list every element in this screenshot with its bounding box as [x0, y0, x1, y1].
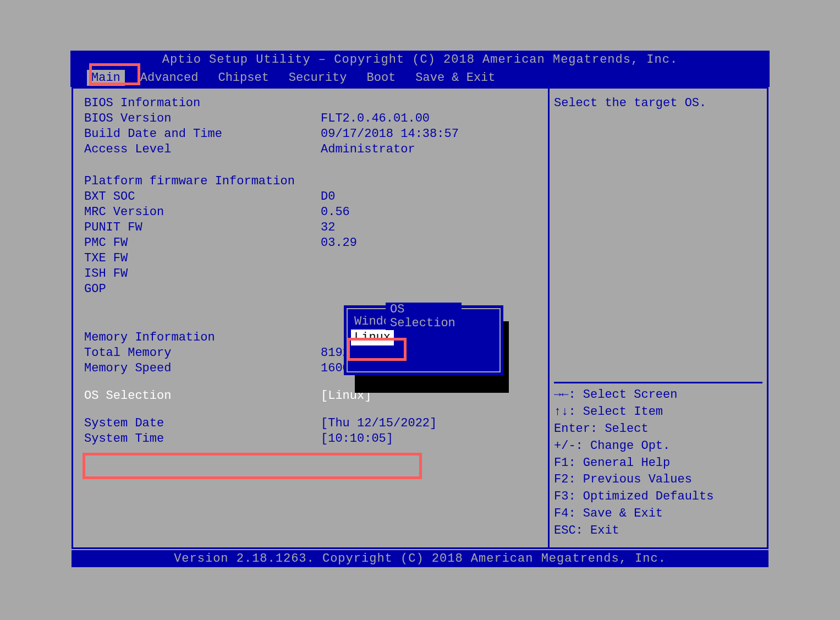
help-esc: ESC: Exit [554, 523, 762, 540]
bxt-soc-value: D0 [321, 190, 537, 204]
help-enter: Enter: Select [554, 421, 762, 438]
ish-fw-row: ISH FW [84, 267, 537, 281]
help-list: →←: Select Screen ↑↓: Select Item Enter:… [554, 387, 762, 539]
build-date-value: 09/17/2018 14:38:57 [321, 127, 537, 141]
help-select-item: ↑↓: Select Item [554, 404, 762, 421]
pmc-fw-label: PMC FW [84, 236, 321, 250]
tab-advanced[interactable]: Advanced [136, 70, 203, 86]
ish-fw-value [321, 267, 537, 281]
annotation-highlight-os-row [83, 453, 422, 479]
tab-security[interactable]: Security [284, 70, 352, 86]
system-time-value: [10:10:05] [321, 432, 537, 446]
header-title: Aptio Setup Utility – Copyright (C) 2018… [70, 51, 770, 69]
popup-title: OS Selection [386, 303, 462, 330]
help-f3: F3: Optimized Defaults [554, 489, 762, 506]
os-selection-popup: OS Selection Windows Linux [344, 305, 503, 375]
bxt-soc-label: BXT SOC [84, 190, 321, 204]
content-area: BIOS Information BIOS Version FLT2.0.46.… [72, 87, 768, 549]
txe-fw-row: TXE FW [84, 251, 537, 265]
system-date-label: System Date [84, 416, 321, 430]
tab-boot[interactable]: Boot [362, 70, 400, 86]
access-level-row: Access Level Administrator [84, 142, 537, 156]
bios-version-row: BIOS Version FLT2.0.46.01.00 [84, 112, 537, 125]
punit-fw-value: 32 [321, 221, 537, 234]
gop-row: GOP [84, 282, 537, 296]
help-divider [554, 382, 762, 383]
tab-main[interactable]: Main [87, 70, 125, 86]
system-date-value: [Thu 12/15/2022] [321, 416, 537, 430]
punit-fw-row: PUNIT FW 32 [84, 221, 537, 234]
help-description: Select the target OS. [554, 96, 762, 110]
right-panel: Select the target OS. →←: Select Screen … [550, 89, 767, 547]
system-date-row[interactable]: System Date [Thu 12/15/2022] [84, 416, 537, 430]
access-level-value: Administrator [321, 142, 537, 156]
pmc-fw-value: 03.29 [321, 236, 537, 250]
punit-fw-label: PUNIT FW [84, 221, 321, 234]
help-f1: F1: General Help [554, 455, 762, 472]
access-level-label: Access Level [84, 142, 321, 156]
gop-label: GOP [84, 282, 321, 296]
gop-value [321, 282, 537, 296]
mrc-version-label: MRC Version [84, 205, 321, 219]
mrc-version-value: 0.56 [321, 205, 537, 219]
help-select-screen: →←: Select Screen [554, 387, 762, 404]
ish-fw-label: ISH FW [84, 267, 321, 281]
platform-info-title: Platform firmware Information [84, 174, 537, 188]
bios-window: Aptio Setup Utility – Copyright (C) 2018… [70, 51, 770, 570]
pmc-fw-row: PMC FW 03.29 [84, 236, 537, 250]
os-selection-label: OS Selection [84, 389, 321, 403]
popup-option-linux[interactable]: Linux [351, 330, 394, 345]
left-panel: BIOS Information BIOS Version FLT2.0.46.… [73, 89, 550, 547]
help-f2: F2: Previous Values [554, 471, 762, 489]
tab-saveexit[interactable]: Save & Exit [411, 70, 499, 86]
help-f4: F4: Save & Exit [554, 506, 762, 523]
tab-chipset[interactable]: Chipset [213, 70, 273, 86]
bios-info-title: BIOS Information [84, 96, 537, 110]
txe-fw-value [321, 251, 537, 265]
tabs-bar: Main Advanced Chipset Security Boot Save… [70, 69, 770, 87]
build-date-row: Build Date and Time 09/17/2018 14:38:57 [84, 127, 537, 141]
memory-speed-label: Memory Speed [84, 361, 321, 375]
bios-version-label: BIOS Version [84, 112, 321, 125]
bxt-soc-row: BXT SOC D0 [84, 190, 537, 204]
system-time-label: System Time [84, 432, 321, 446]
build-date-label: Build Date and Time [84, 127, 321, 141]
help-change: +/-: Change Opt. [554, 438, 762, 455]
txe-fw-label: TXE FW [84, 251, 321, 265]
bios-version-value: FLT2.0.46.01.00 [321, 112, 537, 125]
mrc-version-row: MRC Version 0.56 [84, 205, 537, 219]
footer-text: Version 2.18.1263. Copyright (C) 2018 Am… [72, 550, 768, 567]
system-time-row[interactable]: System Time [10:10:05] [84, 432, 537, 446]
total-memory-label: Total Memory [84, 346, 321, 360]
